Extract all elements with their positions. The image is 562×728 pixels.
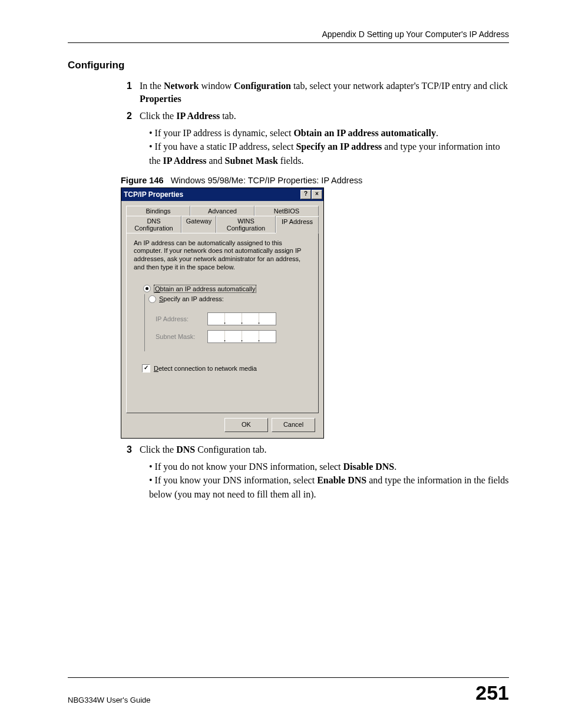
detect-media-checkbox[interactable]: ✓ Detect connection to network media — [142, 364, 311, 373]
bullet-static: If you have a static IP address, select … — [149, 140, 509, 167]
info-text: An IP address can be automatically assig… — [134, 239, 311, 272]
running-header: Appendix D Setting up Your Computer's IP… — [68, 29, 509, 43]
step-number: 3 — [127, 443, 140, 456]
radio-specify-ip[interactable]: Specify an IP address: — [147, 295, 304, 303]
bullet-dynamic: If your IP address is dynamic, select Ob… — [149, 126, 509, 140]
footer-guide-name: NBG334W User's Guide — [68, 696, 150, 704]
radio-icon — [143, 285, 151, 292]
bullet-enable-dns: If you know your DNS information, select… — [149, 473, 509, 500]
close-button[interactable]: × — [312, 190, 322, 199]
ip-address-label: IP Address: — [156, 315, 199, 322]
tab-dns-configuration[interactable]: DNS Configuration — [126, 216, 181, 233]
radio-obtain-auto[interactable]: Obtain an IP address automatically — [143, 285, 311, 293]
step-3: 3 Click the DNS Configuration tab. — [127, 443, 509, 456]
tab-gateway[interactable]: Gateway — [181, 216, 216, 233]
step-number: 1 — [127, 80, 140, 106]
tab-bindings[interactable]: Bindings — [126, 206, 190, 216]
cancel-button[interactable]: Cancel — [272, 418, 315, 432]
tab-netbios[interactable]: NetBIOS — [254, 206, 319, 216]
ok-button[interactable]: OK — [224, 418, 268, 432]
step-number: 2 — [127, 110, 140, 123]
ip-address-field[interactable] — [207, 312, 276, 325]
step-2: 2 Click the IP Address tab. — [127, 110, 509, 123]
dialog-title: TCP/IP Properties — [124, 190, 183, 199]
help-button[interactable]: ? — [300, 190, 311, 199]
bullet-disable-dns: If you do not know your DNS information,… — [149, 460, 509, 473]
section-heading: Configuring — [68, 60, 509, 71]
page-number: 251 — [475, 681, 509, 704]
checkbox-icon: ✓ — [142, 364, 150, 373]
tab-wins-configuration[interactable]: WINS Configuration — [216, 216, 276, 233]
subnet-mask-field[interactable] — [207, 330, 276, 343]
tab-ip-address[interactable]: IP Address — [276, 216, 319, 233]
dialog-titlebar: TCP/IP Properties ? × — [121, 188, 323, 201]
subnet-mask-label: Subnet Mask: — [156, 333, 199, 340]
tab-advanced[interactable]: Advanced — [190, 206, 254, 216]
tcpip-properties-dialog: TCP/IP Properties ? × Bindings Advanced … — [121, 187, 324, 439]
step-1: 1 In the Network window Configuration ta… — [127, 80, 509, 106]
figure-caption: Figure 146 Windows 95/98/Me: TCP/IP Prop… — [121, 176, 509, 185]
radio-icon — [148, 295, 156, 303]
